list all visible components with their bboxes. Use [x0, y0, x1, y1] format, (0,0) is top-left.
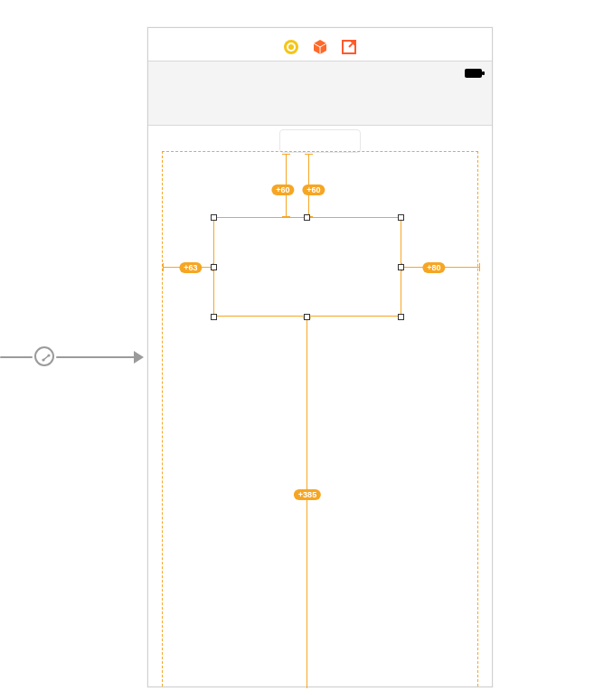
resize-handle[interactable] — [398, 314, 404, 320]
selected-uiview[interactable] — [213, 217, 401, 317]
battery-icon — [465, 65, 485, 74]
scene-view-controller[interactable]: +60 +60 +63 +80 +385 — [147, 27, 493, 687]
resize-icon[interactable] — [341, 39, 357, 55]
segue-line — [0, 356, 33, 358]
resize-handle[interactable] — [398, 264, 404, 270]
scene-toolbar — [148, 35, 492, 59]
resize-handle[interactable] — [304, 314, 310, 320]
constraint-badge-bottom[interactable]: +385 — [294, 489, 321, 500]
constraint-tick — [163, 263, 164, 271]
segue-line — [56, 356, 136, 358]
resize-handle[interactable] — [211, 214, 217, 221]
incoming-segue-arrow[interactable] — [0, 344, 145, 371]
placeholder-view[interactable] — [279, 129, 361, 153]
status-bar — [148, 61, 492, 125]
constraint-badge-trailing[interactable]: +80 — [422, 262, 445, 273]
constraint-tick — [479, 263, 480, 271]
cube-icon[interactable] — [312, 39, 328, 55]
constraint-tick — [282, 154, 290, 155]
resize-handle[interactable] — [398, 214, 404, 221]
svg-rect-11 — [482, 71, 485, 75]
arrowhead-icon — [134, 351, 144, 364]
constraint-badge-top[interactable]: +60 — [271, 184, 294, 195]
resize-handle[interactable] — [304, 214, 310, 221]
resize-handle[interactable] — [211, 314, 217, 320]
segue-circle-icon — [34, 346, 54, 366]
constraint-badge-top[interactable]: +60 — [302, 184, 325, 195]
constraint-tick — [305, 154, 313, 155]
constraint-badge-leading[interactable]: +63 — [179, 262, 202, 273]
resize-handle[interactable] — [211, 264, 217, 270]
constraint-bottom-line[interactable] — [306, 317, 307, 688]
coin-icon[interactable] — [283, 39, 299, 55]
svg-line-2 — [43, 355, 49, 360]
separator — [148, 125, 492, 126]
svg-rect-10 — [465, 69, 482, 78]
svg-point-5 — [288, 44, 294, 50]
